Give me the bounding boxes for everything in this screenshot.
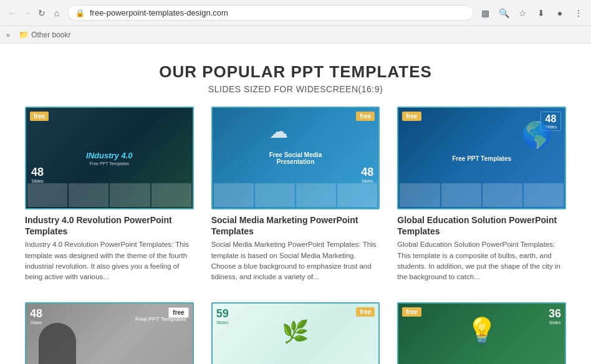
template-thumbnail-1: free 48 Slides INdustry 4.0 Free PPT Tem… [25, 107, 194, 209]
bulb-icon: 💡 [466, 316, 497, 345]
browser-actions: ▩ 🔍 ☆ ⬇ ● ⋮ [479, 7, 585, 19]
ppt-label-1: INdustry 4.0 Free PPT Templates [86, 151, 132, 166]
page-title: OUR POPULAR PPT TEMPLATES [25, 62, 566, 82]
thumbnail-inner-1: free 48 Slides INdustry 4.0 Free PPT Tem… [26, 108, 193, 208]
lock-icon: 🔒 [75, 9, 85, 17]
template-card-2[interactable]: free 48 Slides Free Social Media Present… [211, 107, 380, 287]
template-card-1[interactable]: free 48 Slides INdustry 4.0 Free PPT Tem… [25, 107, 194, 287]
cast-icon[interactable]: ▩ [479, 7, 491, 19]
template-name-3: Global Education Solution PowerPoint Tem… [397, 214, 566, 237]
mini-slide [110, 183, 150, 207]
forward-button[interactable]: → [21, 7, 32, 19]
thumbnail-inner-3: free 48 Slides 🌎 Free PPT Templates [398, 108, 565, 208]
badge-free-1: free [30, 112, 49, 121]
ppt-label-3: Free PPT Templates [452, 155, 511, 161]
mini-slide [151, 183, 191, 207]
mini-slide [483, 183, 522, 207]
download-icon[interactable]: ⬇ [535, 7, 547, 19]
star-icon[interactable]: ☆ [516, 7, 529, 19]
badge-free-2: free [356, 112, 375, 121]
globe-icon: 🌎 [521, 120, 552, 150]
badge-free-6: free [402, 307, 421, 317]
badge-free-5: free [356, 307, 375, 317]
address-bar[interactable]: 🔒 free-powerpoint-templates-design.com [67, 5, 474, 21]
mini-slide [27, 183, 67, 207]
mini-slide [69, 183, 108, 207]
mini-slide [214, 183, 254, 207]
account-icon[interactable]: ● [554, 7, 566, 19]
slides-count-6: 36 Slides [549, 307, 561, 325]
page-content: OUR POPULAR PPT TEMPLATES SLIDES SIZED F… [0, 44, 591, 364]
thumbnail-inner-6: free 36 Slides 💡 FREE PPT TEMPLATES MAKE… [398, 304, 565, 364]
mini-slides-3 [400, 183, 564, 207]
template-name-2: Social Media Marketing PowerPoint Templa… [211, 214, 380, 237]
mini-slide [337, 183, 377, 207]
bookmarks-label: Other bookr [31, 31, 70, 39]
cloud-icon: ☁ [269, 120, 288, 142]
template-thumbnail-6: free 36 Slides 💡 FREE PPT TEMPLATES MAKE… [397, 302, 566, 364]
search-icon[interactable]: 🔍 [497, 7, 510, 19]
template-thumbnail-5: free 59 Slides 🌿 PPT Templates [211, 302, 380, 364]
template-card-4[interactable]: free 48 Slides Free PPT Templates [25, 302, 194, 364]
mini-slide [441, 183, 481, 207]
mini-slide [296, 183, 336, 207]
thumbnail-inner-4: free 48 Slides Free PPT Templates [26, 304, 193, 364]
reload-button[interactable]: ↻ [36, 7, 47, 19]
template-card-info-2: Social Media Marketing PowerPoint Templa… [211, 209, 380, 287]
template-card-6[interactable]: free 36 Slides 💡 FREE PPT TEMPLATES MAKE… [397, 302, 566, 364]
slides-count-1: 48 Slides [31, 166, 44, 183]
template-thumbnail-4: free 48 Slides Free PPT Templates [25, 302, 194, 364]
slides-count-2: 48 Slides [361, 166, 373, 183]
mini-slide [400, 183, 440, 207]
back-button[interactable]: ← [6, 7, 17, 19]
template-name-1: Industry 4.0 Revolution PowerPoint Templ… [25, 214, 194, 237]
ppt-label-2: Free Social Media Presentation [254, 151, 337, 165]
person-silhouette [39, 323, 76, 364]
template-card-info-1: Industry 4.0 Revolution PowerPoint Templ… [25, 209, 194, 287]
templates-grid: free 48 Slides INdustry 4.0 Free PPT Tem… [25, 107, 566, 364]
browser-nav-icons: ← → ↻ ⌂ [6, 7, 62, 19]
ppt-label-4: Free PPT Templates [135, 316, 186, 322]
plant-icon: 🌿 [282, 319, 309, 345]
thumbnail-inner-2: free 48 Slides Free Social Media Present… [213, 108, 379, 208]
template-thumbnail-3: free 48 Slides 🌎 Free PPT Templates [397, 107, 566, 209]
template-desc-2: Social Media Marketing PowerPoint Templa… [211, 239, 380, 282]
bookmarks-bar: » 📁 Other bookr [0, 26, 591, 43]
address-text: free-powerpoint-templates-design.com [90, 8, 466, 17]
mini-slides-2 [214, 183, 378, 207]
home-button[interactable]: ⌂ [51, 7, 62, 19]
browser-toolbar: ← → ↻ ⌂ 🔒 free-powerpoint-templates-desi… [0, 0, 591, 26]
bookmarks-chevron[interactable]: » [6, 31, 10, 39]
template-card-3[interactable]: free 48 Slides 🌎 Free PPT Templates [397, 107, 566, 287]
slides-count-5: 59 Slides [216, 307, 229, 325]
browser-chrome: ← → ↻ ⌂ 🔒 free-powerpoint-templates-desi… [0, 0, 591, 44]
mini-slide [255, 183, 295, 207]
thumbnail-inner-5: free 59 Slides 🌿 PPT Templates [213, 304, 379, 364]
menu-icon[interactable]: ⋮ [572, 7, 585, 19]
bookmarks-folder[interactable]: 📁 Other bookr [15, 29, 74, 41]
template-thumbnail-2: free 48 Slides Free Social Media Present… [211, 107, 380, 209]
page-subtitle: SLIDES SIZED FOR WIDESCREEN(16:9) [25, 84, 566, 94]
badge-free-3: free [402, 112, 421, 121]
template-desc-1: Industry 4.0 Revolution PowerPoint Templ… [25, 239, 194, 282]
mini-slides-1 [27, 183, 191, 207]
slides-count-4: 48 Slides [30, 307, 42, 325]
mini-slide [524, 183, 564, 207]
page-header: OUR POPULAR PPT TEMPLATES SLIDES SIZED F… [25, 62, 566, 94]
template-card-info-3: Global Education Solution PowerPoint Tem… [397, 209, 566, 287]
template-card-5[interactable]: free 59 Slides 🌿 PPT Templates [211, 302, 380, 364]
folder-icon: 📁 [19, 30, 29, 39]
template-desc-3: Global Education Solution PowerPoint Tem… [397, 239, 566, 282]
